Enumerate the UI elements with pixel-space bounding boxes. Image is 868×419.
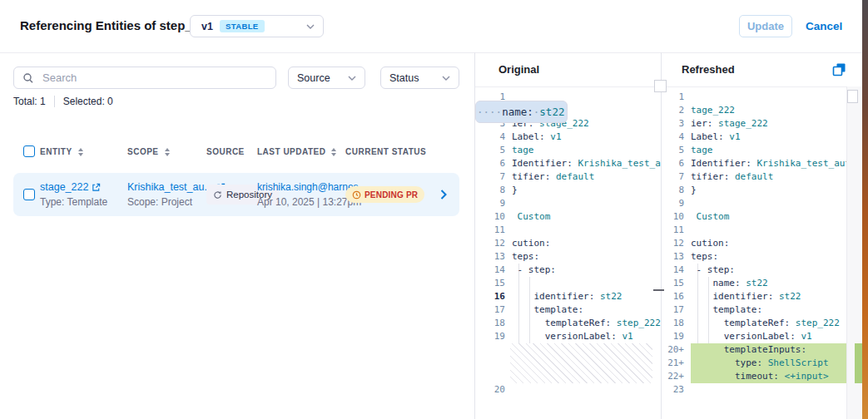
column-header-source: SOURCE (206, 147, 245, 156)
search-box (13, 67, 276, 89)
line-number: 18 (661, 317, 691, 330)
column-header-current-status: CURRENT STATUS (345, 147, 426, 156)
modal-header: Referencing Entities of step_222 v1 STAB… (0, 0, 868, 53)
line-number: 10 (475, 210, 512, 224)
refreshed-title: Refreshed (682, 63, 735, 76)
column-header-entity[interactable]: ENTITY (40, 147, 83, 156)
diff-header: Original Refreshed (475, 52, 862, 87)
clock-icon (352, 190, 361, 200)
code-line: 10 Custom (475, 210, 661, 224)
original-code-pane[interactable]: 12tage_2223ier: stage_2224Label: v15tage… (475, 86, 661, 419)
sort-icon[interactable] (165, 148, 170, 156)
code-line: 10 Custom (661, 210, 846, 224)
line-number: 5 (475, 144, 512, 157)
code-line: 22+ timeout: <+input> (661, 370, 846, 383)
code-line: 21+ type: ShellScript (661, 357, 846, 370)
sort-icon[interactable] (78, 148, 83, 156)
chevron-down-icon (306, 24, 315, 29)
code-line: 3ier: stage_222 (661, 117, 846, 131)
code-line: 15····name:·st22 (475, 277, 661, 290)
code-line: 8} (475, 184, 661, 197)
diff-body: 12tage_2223ier: stage_2224Label: v15tage… (475, 86, 862, 419)
code-line: 13teps: (661, 250, 846, 264)
summary-divider (54, 96, 55, 107)
version-selector[interactable]: v1 STABLE (190, 15, 324, 37)
external-link-icon (92, 183, 101, 192)
cancel-button[interactable]: Cancel (801, 15, 847, 37)
selected-count: Selected: 0 (63, 96, 113, 107)
table-row[interactable]: stage_222 Type: Template Krishika_test_a… (13, 173, 459, 216)
code-line: 18 templateRef: step_222 (475, 317, 661, 330)
line-number: 20 (475, 383, 512, 397)
line-number: 8 (475, 184, 512, 197)
entities-panel: Source Status Total: 1 Selected: 0 ENTIT… (0, 52, 474, 419)
source-filter-dropdown[interactable]: Source (288, 67, 365, 89)
row-checkbox[interactable] (23, 189, 35, 200)
copy-icon[interactable] (832, 62, 846, 76)
line-number: 5 (661, 144, 691, 157)
column-header-last-updated[interactable]: LAST UPDATED (257, 147, 336, 156)
code-line: 19 versionLabel: v1 (475, 330, 661, 343)
code-line: 17 template: (661, 303, 846, 317)
chevron-down-icon (442, 76, 450, 81)
code-line: 14 - step: (475, 264, 661, 277)
original-scrollbar-thumb[interactable] (654, 80, 667, 92)
line-number: 8 (661, 184, 691, 197)
line-number: 13 (475, 250, 512, 264)
code-line: 23 (661, 383, 846, 397)
entity-type: Type: Template (40, 196, 107, 208)
line-number: 1 (661, 91, 691, 104)
code-line: 16 identifier: st22 (475, 290, 661, 303)
line-number: 13 (661, 250, 691, 264)
code-line: 20+ templateInputs: (661, 343, 846, 357)
entity-cell: stage_222 Type: Template (40, 179, 107, 208)
code-line: 13teps: (475, 250, 661, 264)
line-number: 14 (661, 264, 691, 277)
referencing-entities-modal: Referencing Entities of step_222 v1 STAB… (0, 0, 868, 419)
search-input[interactable] (41, 71, 267, 85)
code-line: 9 (661, 197, 846, 210)
column-header-scope[interactable]: SCOPE (127, 147, 170, 156)
original-title: Original (498, 63, 539, 76)
line-number: 11 (475, 224, 512, 237)
line-number: 9 (475, 197, 512, 210)
code-line: 18 templateRef: step_222 (661, 317, 846, 330)
results-summary: Total: 1 Selected: 0 (13, 96, 113, 107)
code-line: 12cution: (661, 237, 846, 250)
sort-icon[interactable] (331, 148, 336, 156)
line-number: 6 (475, 157, 512, 170)
refreshed-scrollbar-thumb[interactable] (847, 90, 858, 103)
code-line: 5tage (475, 144, 661, 157)
line-number: 23 (661, 383, 691, 397)
code-line: 8} (661, 184, 846, 197)
code-line: 2tage_222 (661, 104, 846, 117)
source-filter-label: Source (297, 72, 330, 84)
line-number: 10 (661, 210, 691, 224)
update-button[interactable]: Update (739, 15, 792, 37)
code-line: 17 template: (475, 303, 661, 317)
code-line: 4Label: v1 (661, 131, 846, 144)
code-line: 6Identifier: Krishika_test_aut (661, 157, 846, 170)
code-line: 6Identifier: Krishika_test_aut (475, 157, 661, 170)
code-line: 20 (475, 383, 661, 397)
code-line: 1 (661, 91, 846, 104)
line-number: 11 (661, 224, 691, 237)
line-number: 16 (475, 290, 512, 303)
select-all-checkbox[interactable] (23, 145, 35, 157)
page-title: Referencing Entities of step_222 (20, 18, 213, 32)
line-number: 4 (475, 131, 512, 144)
line-number: 17 (475, 303, 512, 317)
code-line: 12cution: (475, 237, 661, 250)
chevron-down-icon (348, 76, 356, 81)
entity-link[interactable]: stage_222 (40, 181, 101, 193)
status-filter-dropdown[interactable]: Status (380, 67, 459, 89)
status-badge: PENDING PR (345, 186, 424, 203)
chevron-right-icon[interactable] (440, 190, 447, 200)
refreshed-code-pane[interactable]: 12tage_2223ier: stage_2224Label: v15tage… (661, 86, 846, 419)
code-line: 9 (475, 197, 661, 210)
code-line: 4Label: v1 (475, 131, 661, 144)
code-line: 15 name: st22 (661, 277, 846, 290)
line-number: 9 (661, 197, 691, 210)
line-number: 21+ (661, 357, 691, 370)
line-number: 18 (475, 317, 512, 330)
